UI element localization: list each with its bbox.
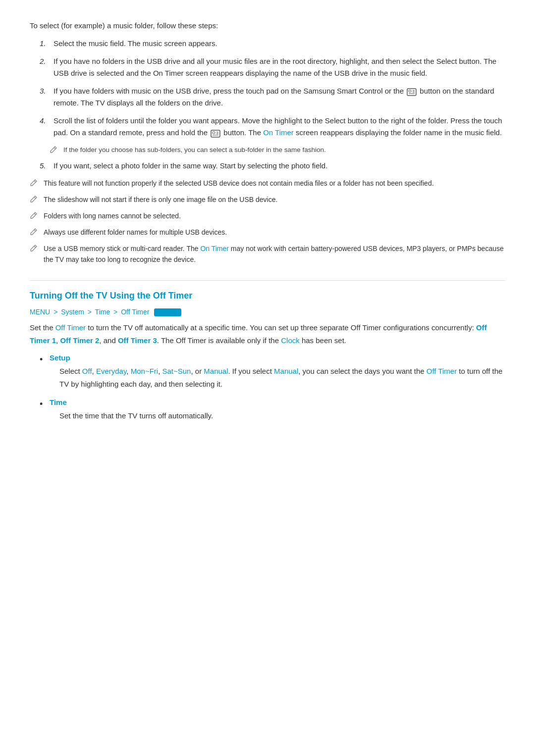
svg-line-12 <box>34 197 36 199</box>
breadcrumb-system: System <box>61 308 84 316</box>
bullet-time-content: Set the time that the TV turns off autom… <box>59 409 213 422</box>
step-4-note-block: If the folder you choose has sub-folders… <box>50 145 505 157</box>
step-3-content: If you have folders with music on the US… <box>54 85 505 109</box>
svg-line-11 <box>34 181 36 182</box>
on-timer-link-note5[interactable]: On Timer <box>200 245 229 252</box>
svg-rect-5 <box>211 130 220 137</box>
section-divider <box>30 280 505 281</box>
bullet-item-setup: • Setup Select Off, Everyday, Mon~Fri, S… <box>40 353 505 393</box>
note-3-block: Folders with long names cannot be select… <box>30 210 505 223</box>
bullet-section: • Setup Select Off, Everyday, Mon~Fri, S… <box>40 353 505 425</box>
step-3-num: 3. <box>40 85 54 109</box>
clock-link[interactable]: Clock <box>281 336 300 345</box>
step-4-content: Scroll the list of folders until the fol… <box>54 115 505 139</box>
step-4-text-after: screen reappears displaying the folder n… <box>294 128 502 137</box>
step-1-content: Select the music field. The music screen… <box>54 38 505 50</box>
breadcrumb-sep3: > <box>113 308 117 316</box>
step-4-note-text: If the folder you choose has sub-folders… <box>63 145 326 155</box>
try-now-badge[interactable]: Try Now <box>154 308 181 316</box>
pencil-icon-note2 <box>30 195 41 206</box>
bullet-item-time: • Time Set the time that the TV turns of… <box>40 398 505 425</box>
note-4-text: Always use different folder names for mu… <box>44 227 227 238</box>
setup-mid: . If you select <box>228 367 274 375</box>
setup-manual-link[interactable]: Manual <box>204 367 228 375</box>
intro-text: To select (for example) a music folder, … <box>30 20 505 32</box>
bullet-dot-setup: • <box>40 353 50 366</box>
numbered-steps: 1. Select the music field. The music scr… <box>40 38 505 139</box>
setup-everyday-link[interactable]: Everyday <box>96 367 126 375</box>
setup-before: Select <box>59 367 82 375</box>
svg-line-13 <box>34 213 36 215</box>
step-4-text-mid: button. The <box>221 128 263 137</box>
note-5-block: Use a USB memory stick or multi-card rea… <box>30 243 505 265</box>
body-period: . The Off Timer is available only if the <box>157 336 281 345</box>
setup-off-link[interactable]: Off <box>82 367 92 375</box>
note-1-text: This feature will not function properly … <box>44 178 434 189</box>
breadcrumb-sep2: > <box>88 308 92 316</box>
setup-manual2-link[interactable]: Manual <box>274 367 298 375</box>
setup-monfri-link[interactable]: Mon~Fri <box>131 367 158 375</box>
step-1-num: 1. <box>40 38 54 50</box>
step-2: 2. If you have no folders in the USB dri… <box>40 55 505 79</box>
note-4-block: Always use different folder names for mu… <box>30 227 505 239</box>
on-timer-link-step4[interactable]: On Timer <box>263 128 294 137</box>
step5-list: 5. If you want, select a photo folder in… <box>40 160 505 172</box>
breadcrumb-menu: MENU <box>30 308 50 316</box>
breadcrumb-time: Time <box>95 308 110 316</box>
section-title: Turning Off the TV Using the Off Timer <box>30 291 505 301</box>
bullet-dot-time: • <box>40 398 50 410</box>
step-4-num: 4. <box>40 115 54 139</box>
pencil-icon-note1 <box>30 178 41 190</box>
body-end: has been set. <box>300 336 346 345</box>
pencil-icon-note4 <box>30 227 41 239</box>
setup-satsun-link[interactable]: Sat~Sun <box>162 367 191 375</box>
step-3-text-before: If you have folders with music on the US… <box>54 87 406 95</box>
bullet-setup-wrapper: Setup Select Off, Everyday, Mon~Fri, Sat… <box>50 353 505 393</box>
bullet-time-label: Time <box>50 398 213 406</box>
setup-offtimer-link[interactable]: Off Timer <box>427 367 457 375</box>
remote-icon-4 <box>211 129 220 137</box>
body-and: , and <box>99 336 118 345</box>
step-5-content: If you want, select a photo folder in th… <box>54 160 505 172</box>
step-5-num: 5. <box>40 160 54 172</box>
remote-icon-3 <box>407 88 417 96</box>
breadcrumb-offtimer: Off Timer <box>121 308 149 316</box>
bullet-setup-label: Setup <box>50 353 505 362</box>
body-mid: to turn the TV off automatically at a sp… <box>86 323 476 332</box>
svg-rect-1 <box>409 90 411 92</box>
note-2-block: The slideshow will not start if there is… <box>30 194 505 206</box>
pencil-icon-note5 <box>30 244 41 255</box>
step-4: 4. Scroll the list of folders until the … <box>40 115 505 139</box>
step-2-content: If you have no folders in the USB drive … <box>54 55 505 79</box>
svg-line-10 <box>54 148 55 149</box>
step-3: 3. If you have folders with music on the… <box>40 85 505 109</box>
svg-line-14 <box>34 230 36 231</box>
note-3-text: Folders with long names cannot be select… <box>44 210 181 221</box>
setup-comma1: , <box>92 367 96 375</box>
breadcrumb: MENU > System > Time > Off Timer Try Now <box>30 308 505 316</box>
note-1-block: This feature will not function properly … <box>30 178 505 190</box>
bullet-setup-content: Select Off, Everyday, Mon~Fri, Sat~Sun, … <box>59 365 505 390</box>
setup-comma2: , <box>126 367 130 375</box>
pencil-icon-note3 <box>30 211 41 223</box>
svg-line-15 <box>34 246 36 248</box>
note-5-text: Use a USB memory stick or multi-card rea… <box>44 243 505 265</box>
note-5-before: Use a USB memory stick or multi-card rea… <box>44 245 200 252</box>
setup-after-before: , you can select the days you want the <box>298 367 427 375</box>
breadcrumb-sep1: > <box>54 308 57 316</box>
step-1: 1. Select the music field. The music scr… <box>40 38 505 50</box>
setup-or: , or <box>191 367 204 375</box>
note-2-text: The slideshow will not start if there is… <box>44 194 277 205</box>
section-body: Set the Off Timer to turn the TV off aut… <box>30 321 505 347</box>
off-timer-2-link[interactable]: Off Timer 2 <box>60 336 99 345</box>
pencil-icon-step4note <box>50 145 60 157</box>
svg-rect-6 <box>213 132 215 134</box>
step-2-num: 2. <box>40 55 54 79</box>
body-before: Set the <box>30 323 55 332</box>
off-timer-link-body[interactable]: Off Timer <box>55 323 86 332</box>
off-timer-3-link[interactable]: Off Timer 3 <box>118 336 157 345</box>
step-5: 5. If you want, select a photo folder in… <box>40 160 505 172</box>
bullet-time-wrapper: Time Set the time that the TV turns off … <box>50 398 213 425</box>
svg-rect-0 <box>407 89 416 96</box>
